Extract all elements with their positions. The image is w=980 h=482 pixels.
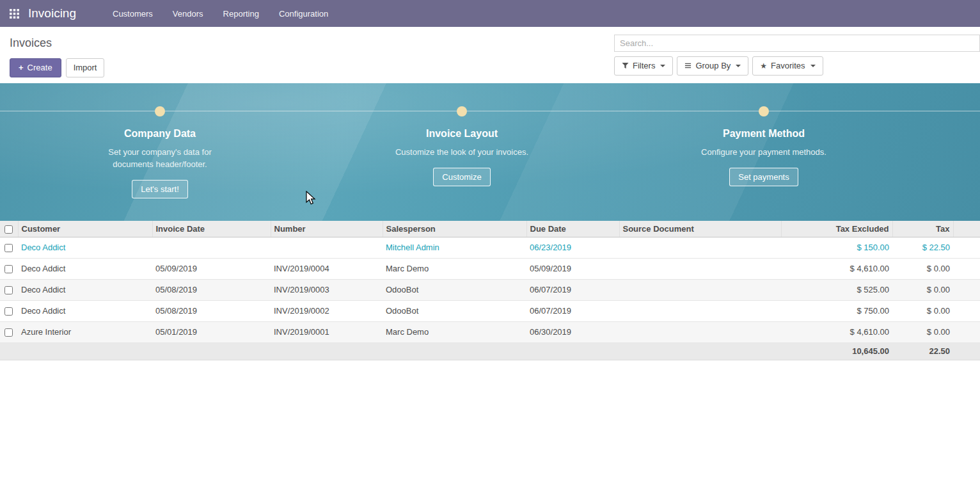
table-row[interactable]: Deco Addict Mitchell Admin 06/23/2019 $ … bbox=[0, 237, 980, 258]
row-checkbox[interactable] bbox=[4, 286, 13, 294]
table-row[interactable]: Deco Addict 05/09/2019 INV/2019/0004 Mar… bbox=[0, 258, 980, 279]
cell-number: INV/2019/0001 bbox=[271, 321, 383, 342]
cell-salesperson: OdooBot bbox=[383, 300, 526, 321]
step-title: Invoice Layout bbox=[311, 128, 613, 140]
cell-invoice-date: 05/08/2019 bbox=[152, 279, 271, 300]
onboarding-step-invoice-layout: Invoice Layout Customize the look of you… bbox=[311, 83, 613, 198]
apps-menu-icon[interactable] bbox=[6, 6, 22, 21]
cell-tax-excluded: $ 4,610.00 bbox=[781, 321, 892, 342]
cell-invoice-date: 05/09/2019 bbox=[152, 258, 271, 279]
col-number[interactable]: Number bbox=[271, 221, 383, 237]
cell-tax-excluded: $ 4,610.00 bbox=[781, 258, 892, 279]
cell-tax: $ 0.00 bbox=[892, 321, 953, 342]
onboarding-steps: Company Data Set your company's data for… bbox=[9, 83, 915, 198]
cell-salesperson: Marc Demo bbox=[383, 321, 526, 342]
totals-row: 10,645.00 22.50 bbox=[0, 342, 980, 360]
cell-number: INV/2019/0004 bbox=[271, 258, 383, 279]
row-checkbox[interactable] bbox=[4, 328, 13, 337]
table-row[interactable]: Deco Addict 05/08/2019 INV/2019/0003 Odo… bbox=[0, 279, 980, 300]
filter-icon bbox=[622, 62, 629, 69]
step-dot bbox=[759, 106, 769, 116]
cell-customer: Deco Addict bbox=[18, 237, 152, 258]
search-input[interactable] bbox=[614, 35, 980, 52]
control-panel-right: Filters Group By ★ Favorites bbox=[614, 35, 980, 83]
invoices-table: Customer Invoice Date Number Salesperson… bbox=[0, 221, 980, 360]
import-button[interactable]: Import bbox=[66, 58, 105, 77]
import-button-label: Import bbox=[74, 63, 97, 73]
cell-tax: $ 0.00 bbox=[892, 300, 953, 321]
cell-customer: Azure Interior bbox=[18, 321, 152, 342]
total-tax-excluded: 10,645.00 bbox=[781, 342, 892, 360]
filters-label: Filters bbox=[633, 61, 655, 71]
filters-button[interactable]: Filters bbox=[614, 56, 673, 76]
col-due-date[interactable]: Due Date bbox=[526, 221, 619, 237]
select-all-checkbox[interactable] bbox=[4, 225, 13, 234]
caret-down-icon bbox=[660, 65, 665, 67]
col-invoice-date[interactable]: Invoice Date bbox=[152, 221, 271, 237]
step-description: Configure your payment methods. bbox=[694, 146, 834, 158]
cell-customer: Deco Addict bbox=[18, 279, 152, 300]
step-dot bbox=[457, 106, 467, 116]
cell-salesperson: OdooBot bbox=[383, 279, 526, 300]
lets-start-button[interactable]: Let's start! bbox=[132, 180, 188, 198]
col-salesperson[interactable]: Salesperson bbox=[383, 221, 526, 237]
cell-tax-excluded: $ 525.00 bbox=[781, 279, 892, 300]
menu-customers[interactable]: Customers bbox=[113, 9, 153, 19]
group-by-icon bbox=[684, 62, 692, 69]
cell-tax-excluded: $ 750.00 bbox=[781, 300, 892, 321]
favorites-button[interactable]: ★ Favorites bbox=[752, 56, 823, 76]
top-navbar: Invoicing Customers Vendors Reporting Co… bbox=[0, 0, 980, 27]
control-panel: Invoices + Create Import Filters bbox=[0, 27, 980, 83]
cell-source-document bbox=[619, 300, 781, 321]
cell-due-date: 05/09/2019 bbox=[526, 258, 619, 279]
col-source-document[interactable]: Source Document bbox=[619, 221, 781, 237]
cell-source-document bbox=[619, 258, 781, 279]
cell-due-date: 06/07/2019 bbox=[526, 279, 619, 300]
cell-tax: $ 22.50 bbox=[892, 237, 953, 258]
app-brand[interactable]: Invoicing bbox=[28, 6, 76, 20]
col-customer[interactable]: Customer bbox=[18, 221, 152, 237]
group-by-button[interactable]: Group By bbox=[677, 56, 748, 76]
cell-source-document bbox=[619, 237, 781, 258]
onboarding-banner: Company Data Set your company's data for… bbox=[0, 83, 980, 221]
set-payments-button[interactable]: Set payments bbox=[729, 168, 798, 186]
table-row[interactable]: Deco Addict 05/08/2019 INV/2019/0002 Odo… bbox=[0, 300, 980, 321]
col-tax-excluded[interactable]: Tax Excluded bbox=[781, 221, 892, 237]
cell-customer: Deco Addict bbox=[18, 258, 152, 279]
page-title: Invoices bbox=[10, 36, 104, 50]
table-header-row: Customer Invoice Date Number Salesperson… bbox=[0, 221, 980, 237]
cell-invoice-date: 05/01/2019 bbox=[152, 321, 271, 342]
row-checkbox[interactable] bbox=[4, 265, 13, 273]
cell-due-date: 06/30/2019 bbox=[526, 321, 619, 342]
customize-button[interactable]: Customize bbox=[433, 168, 490, 186]
step-description: Customize the look of your invoices. bbox=[392, 146, 532, 158]
cell-salesperson: Marc Demo bbox=[383, 258, 526, 279]
action-buttons: + Create Import bbox=[10, 58, 104, 77]
cell-number: INV/2019/0003 bbox=[271, 279, 383, 300]
favorites-label: Favorites bbox=[771, 61, 805, 71]
caret-down-icon bbox=[810, 65, 816, 67]
cell-invoice-date bbox=[152, 237, 271, 258]
col-trailing bbox=[953, 221, 980, 237]
cell-tax: $ 0.00 bbox=[892, 258, 953, 279]
step-title: Company Data bbox=[9, 128, 311, 140]
row-checkbox[interactable] bbox=[4, 307, 13, 316]
plus-icon: + bbox=[19, 63, 24, 73]
cell-source-document bbox=[619, 279, 781, 300]
caret-down-icon bbox=[736, 65, 741, 67]
cell-due-date: 06/07/2019 bbox=[526, 300, 619, 321]
control-panel-left: Invoices + Create Import bbox=[10, 35, 104, 83]
step-title: Payment Method bbox=[613, 128, 915, 140]
row-checkbox[interactable] bbox=[4, 244, 13, 252]
onboarding-step-company-data: Company Data Set your company's data for… bbox=[9, 83, 311, 198]
menu-reporting[interactable]: Reporting bbox=[223, 9, 259, 19]
cell-source-document bbox=[619, 321, 781, 342]
cell-invoice-date: 05/08/2019 bbox=[152, 300, 271, 321]
total-tax: 22.50 bbox=[892, 342, 953, 360]
create-button[interactable]: + Create bbox=[10, 58, 61, 77]
col-tax[interactable]: Tax bbox=[892, 221, 953, 237]
table-row[interactable]: Azure Interior 05/01/2019 INV/2019/0001 … bbox=[0, 321, 980, 342]
menu-configuration[interactable]: Configuration bbox=[279, 9, 328, 19]
menu-vendors[interactable]: Vendors bbox=[173, 9, 203, 19]
step-description: Set your company's data for documents he… bbox=[90, 146, 230, 170]
